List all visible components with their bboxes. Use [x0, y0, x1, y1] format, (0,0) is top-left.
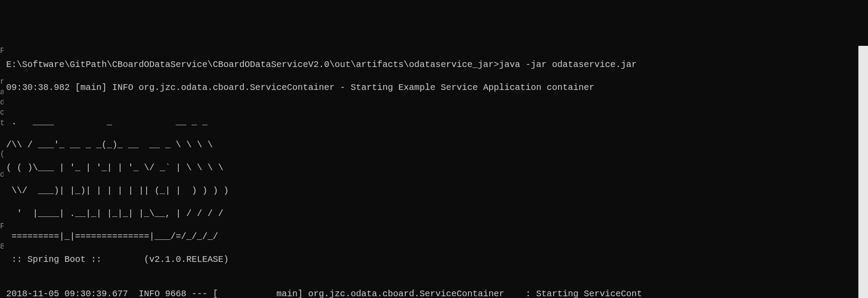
scrollbar[interactable]: ⌄	[858, 46, 868, 298]
prompt-line: E:\Software\GitPath\CBoardODataService\C…	[6, 59, 856, 71]
log-startup: 09:30:38.982 [main] INFO org.jzc.odata.c…	[6, 82, 856, 93]
spring-banner-1: . ____ _ __ _ _	[6, 116, 856, 128]
spring-banner-2: /\\ / ___'_ __ _ _(_)_ __ __ _ \ \ \ \	[6, 139, 856, 151]
spring-version: :: Spring Boot :: (v2.1.0.RELEASE)	[6, 254, 856, 265]
spring-banner-6: =========|_|==============|___/=/_/_/_/	[6, 231, 856, 242]
spring-banner-4: \\/ ___)| |_)| | | | | || (_| | ) ) ) )	[6, 185, 856, 197]
spring-banner-5: ' |____| .__|_| |_|_| |_\__, | / / / /	[6, 208, 856, 220]
spring-banner-3: ( ( )\___ | '_ | '_| | '_ \/ _` | \ \ \ …	[6, 162, 856, 174]
log-line-1-1: 2018-11-05 09:30:39.677 INFO 9668 --- [ …	[6, 288, 856, 298]
terminal-output[interactable]: E:\Software\GitPath\CBoardODataService\C…	[4, 46, 858, 298]
terminal-window: F r a d o ti ( d F 8 E:\Software\GitPath…	[0, 46, 868, 298]
left-edge-cut: F r a d o ti ( d F 8	[0, 46, 4, 298]
scrollbar-thumb[interactable]	[859, 69, 868, 298]
